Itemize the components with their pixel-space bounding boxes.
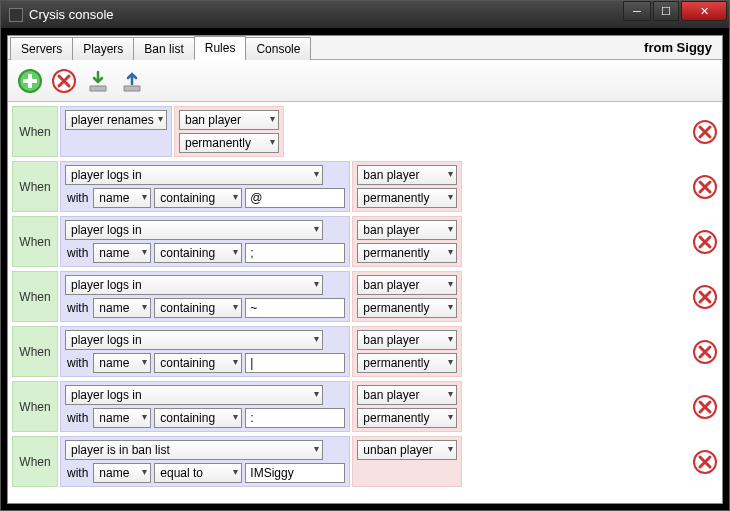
event-select[interactable]: player logs in: [65, 330, 323, 350]
event-select[interactable]: player logs in: [65, 385, 323, 405]
rules-list: When player renames ban playerpermanentl…: [8, 102, 722, 503]
with-label: with: [65, 191, 90, 205]
when-label: When: [12, 436, 58, 487]
op-select[interactable]: containing: [154, 408, 242, 428]
toolbar: [8, 60, 722, 102]
action-select-0[interactable]: unban player: [357, 440, 457, 460]
x-circle-icon: [692, 339, 718, 365]
with-label: with: [65, 411, 90, 425]
action-select-0[interactable]: ban player: [357, 385, 457, 405]
tab-servers[interactable]: Servers: [10, 37, 73, 60]
titlebar[interactable]: Crysis console ─ ☐ ✕: [1, 1, 729, 29]
close-button[interactable]: ✕: [681, 1, 727, 21]
op-select[interactable]: containing: [154, 243, 242, 263]
op-select[interactable]: containing: [154, 353, 242, 373]
export-button[interactable]: [118, 67, 146, 95]
delete-rule-button[interactable]: [684, 326, 718, 377]
export-icon: [119, 68, 145, 94]
tab-players[interactable]: Players: [72, 37, 134, 60]
delete-all-button[interactable]: [50, 67, 78, 95]
event-select[interactable]: player renames: [65, 110, 167, 130]
x-circle-icon: [692, 284, 718, 310]
field-select[interactable]: name: [93, 188, 151, 208]
event-select[interactable]: player logs in: [65, 220, 323, 240]
value-input[interactable]: [245, 408, 345, 428]
when-label: When: [12, 106, 58, 157]
when-label: When: [12, 326, 58, 377]
rule-row: When player logs inwithnamecontaining ba…: [12, 381, 718, 432]
action-select-1[interactable]: permanently: [357, 408, 457, 428]
x-circle-icon: [692, 119, 718, 145]
delete-rule-button[interactable]: [684, 106, 718, 157]
rule-row: When player logs inwithnamecontaining ba…: [12, 161, 718, 212]
tab-console[interactable]: Console: [245, 37, 311, 60]
with-label: with: [65, 356, 90, 370]
op-select[interactable]: containing: [154, 298, 242, 318]
field-select[interactable]: name: [93, 298, 151, 318]
action-select-1[interactable]: permanently: [357, 298, 457, 318]
action-select-1[interactable]: permanently: [357, 243, 457, 263]
action-select-0[interactable]: ban player: [357, 165, 457, 185]
plus-icon: [17, 68, 43, 94]
x-circle-icon: [692, 229, 718, 255]
rule-row: When player is in ban listwithnameequal …: [12, 436, 718, 487]
delete-rule-button[interactable]: [684, 161, 718, 212]
with-label: with: [65, 301, 90, 315]
brand-label: from Siggy: [634, 36, 722, 59]
with-label: with: [65, 466, 90, 480]
delete-rule-button[interactable]: [684, 216, 718, 267]
action-select-1[interactable]: permanently: [179, 133, 279, 153]
rule-row: When player logs inwithnamecontaining ba…: [12, 216, 718, 267]
app-window: Crysis console ─ ☐ ✕ ServersPlayersBan l…: [0, 0, 730, 511]
action-block: ban playerpermanently: [352, 216, 462, 267]
tab-rules[interactable]: Rules: [194, 36, 247, 60]
event-select[interactable]: player logs in: [65, 275, 323, 295]
field-select[interactable]: name: [93, 408, 151, 428]
event-select[interactable]: player logs in: [65, 165, 323, 185]
action-block: unban player: [352, 436, 462, 487]
add-rule-button[interactable]: [16, 67, 44, 95]
field-select[interactable]: name: [93, 243, 151, 263]
x-circle-icon: [51, 68, 77, 94]
action-block: ban playerpermanently: [352, 381, 462, 432]
action-block: ban playerpermanently: [174, 106, 284, 157]
action-select-0[interactable]: ban player: [179, 110, 279, 130]
delete-rule-button[interactable]: [684, 271, 718, 322]
delete-rule-button[interactable]: [684, 381, 718, 432]
condition-block: player logs inwithnamecontaining: [60, 381, 350, 432]
action-select-1[interactable]: permanently: [357, 353, 457, 373]
rule-row: When player renames ban playerpermanentl…: [12, 106, 718, 157]
action-select-0[interactable]: ban player: [357, 275, 457, 295]
value-input[interactable]: [245, 298, 345, 318]
when-label: When: [12, 216, 58, 267]
field-select[interactable]: name: [93, 353, 151, 373]
delete-rule-button[interactable]: [684, 436, 718, 487]
condition-block: player logs inwithnamecontaining: [60, 271, 350, 322]
maximize-button[interactable]: ☐: [653, 1, 679, 21]
x-circle-icon: [692, 174, 718, 200]
tab-ban-list[interactable]: Ban list: [133, 37, 194, 60]
op-select[interactable]: equal to: [154, 463, 242, 483]
field-select[interactable]: name: [93, 463, 151, 483]
import-button[interactable]: [84, 67, 112, 95]
value-input[interactable]: [245, 353, 345, 373]
minimize-button[interactable]: ─: [623, 1, 651, 21]
import-icon: [85, 68, 111, 94]
value-input[interactable]: [245, 243, 345, 263]
action-select-0[interactable]: ban player: [357, 330, 457, 350]
action-select-0[interactable]: ban player: [357, 220, 457, 240]
client-area: ServersPlayersBan listRulesConsolefrom S…: [7, 35, 723, 504]
condition-block: player renames: [60, 106, 172, 157]
action-select-1[interactable]: permanently: [357, 188, 457, 208]
value-input[interactable]: [245, 188, 345, 208]
value-input[interactable]: [245, 463, 345, 483]
condition-block: player logs inwithnamecontaining: [60, 216, 350, 267]
x-circle-icon: [692, 394, 718, 420]
when-label: When: [12, 161, 58, 212]
action-block: ban playerpermanently: [352, 161, 462, 212]
event-select[interactable]: player is in ban list: [65, 440, 323, 460]
when-label: When: [12, 381, 58, 432]
tabbar: ServersPlayersBan listRulesConsolefrom S…: [8, 36, 722, 60]
op-select[interactable]: containing: [154, 188, 242, 208]
action-block: ban playerpermanently: [352, 326, 462, 377]
